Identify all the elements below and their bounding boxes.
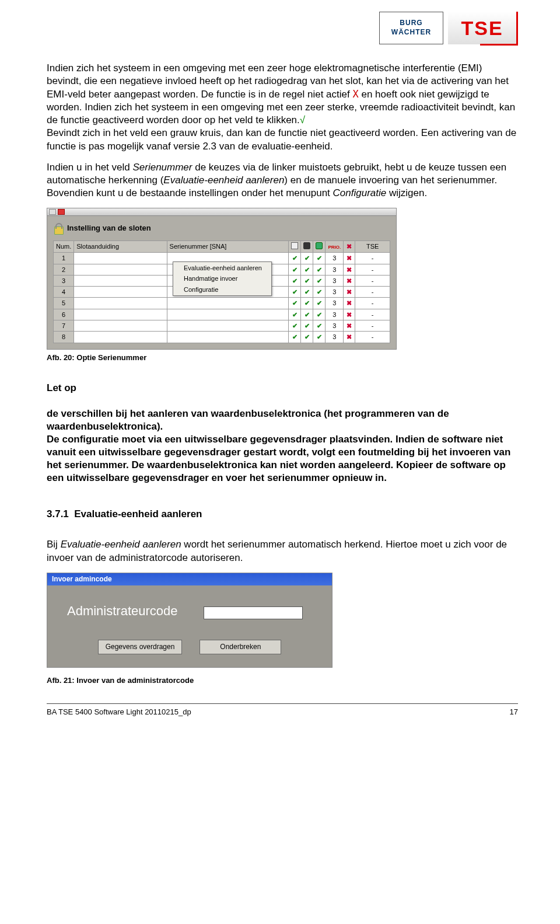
row-num: 6 <box>54 309 74 320</box>
cell-x: ✖ <box>344 332 355 343</box>
screenshot-slot-settings: Instelling van de sloten Num. Slotaandui… <box>47 208 397 350</box>
admincode-label: Administrateurcode <box>67 604 178 618</box>
cell-prio: 3 <box>326 264 344 275</box>
footer-doc-id: BA TSE 5400 Software Light 20110215_dp <box>47 707 191 717</box>
ctx-evaluatie-aanleren[interactable]: Evaluatie-eenheid aanleren <box>173 263 271 273</box>
para2-italic-evaluatie: Evaluatie-eenheid aanleren <box>163 175 284 186</box>
cell-check-1: ✔ <box>289 264 301 275</box>
cell-check-3: ✔ <box>313 264 326 275</box>
cell-prio: 3 <box>326 253 344 264</box>
row-num: 1 <box>54 253 74 264</box>
cell-slotaanduiding[interactable] <box>74 287 167 298</box>
header-logo-bar: BURG WÄCHTER TSE <box>47 12 518 44</box>
row-num: 7 <box>54 320 74 332</box>
logo-text-tse: TSE <box>461 15 503 41</box>
cell-check-3: ✔ <box>313 332 326 343</box>
footer-page-number: 17 <box>510 707 518 717</box>
cell-check-1: ✔ <box>289 332 301 343</box>
cell-slotaanduiding[interactable] <box>74 309 167 320</box>
row-num: 8 <box>54 332 74 343</box>
admincode-input[interactable] <box>204 606 303 619</box>
dialog-title: Invoer admincode <box>47 573 332 586</box>
warning-text: de verschillen bij het aanleren van waar… <box>47 408 510 483</box>
col-serienummer: Serienummer [SNA] <box>167 240 289 252</box>
cell-check-2: ✔ <box>301 253 313 264</box>
row-num: 2 <box>54 264 74 275</box>
options-icon <box>291 242 298 249</box>
para2-text-a: Indien u in het veld <box>47 162 132 173</box>
cell-check-1: ✔ <box>289 275 301 286</box>
paragraph-2: Indien u in het veld Serienummer de keuz… <box>47 161 518 200</box>
cell-check-3: ✔ <box>313 309 326 320</box>
cell-tse: - <box>355 332 390 343</box>
cell-check-2: ✔ <box>301 320 313 332</box>
green-check-symbol: √ <box>300 114 305 125</box>
toolbar-button-1[interactable] <box>49 209 56 215</box>
cell-check-3: ✔ <box>313 253 326 264</box>
cell-check-1: ✔ <box>289 309 301 320</box>
para2-text-d: wijzigen. <box>386 187 427 198</box>
caption-afb-21: Afb. 21: Invoer van de administratorcode <box>47 676 518 686</box>
ctx-handmatige-invoer[interactable]: Handmatige invoer <box>173 273 271 284</box>
cell-x: ✖ <box>344 309 355 320</box>
caption-afb-20: Afb. 20: Optie Serienummer <box>47 353 518 363</box>
cell-tse: - <box>355 287 390 298</box>
cell-check-2: ✔ <box>301 298 313 309</box>
logo-text-burg: BURG <box>400 19 422 28</box>
cell-serienummer[interactable] <box>167 320 289 332</box>
cell-slotaanduiding[interactable] <box>74 320 167 332</box>
cell-x: ✖ <box>344 264 355 275</box>
burg-wachter-logo: BURG WÄCHTER <box>379 12 443 44</box>
cell-serienummer[interactable] <box>167 309 289 320</box>
para3-italic: Evaluatie-eenheid aanleren <box>61 539 181 550</box>
cell-x: ✖ <box>344 275 355 286</box>
gegevens-overdragen-button[interactable]: Gegevens overdragen <box>98 640 183 655</box>
cell-slotaanduiding[interactable] <box>74 275 167 286</box>
cell-check-2: ✔ <box>301 264 313 275</box>
cell-check-2: ✔ <box>301 332 313 343</box>
let-op-label: Let op <box>47 382 76 393</box>
cell-x: ✖ <box>344 320 355 332</box>
prio-label: PRIO. <box>328 245 341 250</box>
cell-serienummer[interactable] <box>167 332 289 343</box>
cell-check-3: ✔ <box>313 320 326 332</box>
table-row[interactable]: 6✔✔✔3✖- <box>54 309 390 320</box>
cell-slotaanduiding[interactable] <box>74 332 167 343</box>
section-heading-371: 3.7.1 Evaluatie-eenheid aanleren <box>47 508 518 521</box>
cell-serienummer[interactable] <box>167 298 289 309</box>
red-x-symbol: X <box>352 88 358 100</box>
cell-check-3: ✔ <box>313 298 326 309</box>
row-num: 4 <box>54 287 74 298</box>
ctx-configuratie[interactable]: Configuratie <box>173 284 271 295</box>
cell-tse: - <box>355 253 390 264</box>
cell-prio: 3 <box>326 298 344 309</box>
cell-prio: 3 <box>326 332 344 343</box>
cell-tse: - <box>355 309 390 320</box>
table-row[interactable]: 8✔✔✔3✖- <box>54 332 390 343</box>
onderbreken-button[interactable]: Onderbreken <box>200 640 281 655</box>
cell-slotaanduiding[interactable] <box>74 298 167 309</box>
cell-check-3: ✔ <box>313 275 326 286</box>
cell-slotaanduiding[interactable] <box>74 253 167 264</box>
device-icon <box>303 242 310 249</box>
cell-x: ✖ <box>344 287 355 298</box>
cell-check-1: ✔ <box>289 253 301 264</box>
cell-x: ✖ <box>344 253 355 264</box>
col-tse: TSE <box>355 240 390 252</box>
lock-icon <box>53 223 64 235</box>
col-num: Num. <box>54 240 74 252</box>
table-row[interactable]: 5✔✔✔3✖- <box>54 298 390 309</box>
col-prio: PRIO. <box>326 240 344 252</box>
cell-check-2: ✔ <box>301 287 313 298</box>
section-title: Evaluatie-eenheid aanleren <box>74 508 202 519</box>
x-icon: ✖ <box>346 243 352 250</box>
table-row[interactable]: 7✔✔✔3✖- <box>54 320 390 332</box>
cell-check-3: ✔ <box>313 287 326 298</box>
cell-slotaanduiding[interactable] <box>74 264 167 275</box>
page-footer: BA TSE 5400 Software Light 20110215_dp 1… <box>47 703 518 717</box>
col-opt-icon <box>289 240 301 252</box>
cell-x: ✖ <box>344 298 355 309</box>
logo-text-wachter: WÄCHTER <box>391 28 431 37</box>
toolbar-close-button[interactable] <box>58 209 65 215</box>
cell-check-2: ✔ <box>301 309 313 320</box>
